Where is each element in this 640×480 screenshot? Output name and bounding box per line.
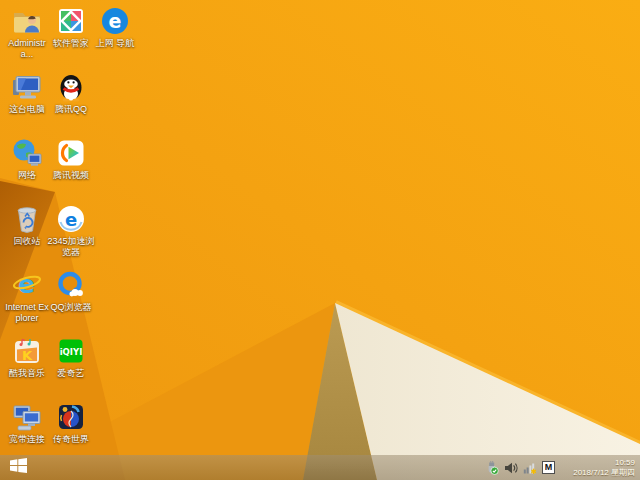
- icon-label: 传奇世界: [53, 434, 89, 445]
- desktop-icon-network[interactable]: 网络: [3, 137, 51, 181]
- desktop-icon-this-pc[interactable]: 这台电脑: [3, 71, 51, 115]
- icon-label: 这台电脑: [9, 104, 45, 115]
- desktop-icon-legend-world[interactable]: 传奇世界: [47, 401, 95, 445]
- ime-indicator[interactable]: M: [542, 461, 555, 474]
- desktop-icon-recycle-bin[interactable]: 回收站: [3, 203, 51, 247]
- desktop-icon-broadband-connection[interactable]: 宽带连接: [3, 401, 51, 445]
- icon-label: 宽带连接: [9, 434, 45, 445]
- icon-label: 回收站: [14, 236, 41, 247]
- icon-label: 腾讯QQ: [55, 104, 87, 115]
- desktop-icon-tencent-video[interactable]: 腾讯视频: [47, 137, 95, 181]
- clock-date: 2018/7/12 星期四: [563, 468, 635, 478]
- usb-safely-remove-icon[interactable]: [485, 461, 499, 475]
- clock-time: 10:59: [563, 458, 635, 468]
- q-cloud-icon: [55, 269, 87, 301]
- windows-logo-icon: [10, 458, 27, 477]
- desktop-icon-software-manager[interactable]: 软件管家: [47, 5, 95, 49]
- icon-label: 网络: [18, 170, 36, 181]
- ie-icon: e: [11, 269, 43, 301]
- svg-text:e: e: [109, 10, 122, 32]
- globe-network-icon: [11, 137, 43, 169]
- game-orb-icon: [55, 401, 87, 433]
- icon-label: 酷我音乐: [9, 368, 45, 379]
- computer-icon: [11, 71, 43, 103]
- white-circle-e-icon: e: [55, 203, 87, 235]
- desktop-icon-administrator[interactable]: Administra...: [3, 5, 51, 60]
- user-folder-icon: [11, 5, 43, 37]
- desktop-icon-iqiyi[interactable]: iQIYI 爱奇艺: [47, 335, 95, 379]
- icon-label: 2345加速浏览器: [47, 236, 95, 258]
- qq-penguin-icon: [55, 71, 87, 103]
- taskbar: M 10:59 2018/7/12 星期四: [0, 455, 640, 480]
- desktop-icon-web-navigation[interactable]: e 上网 导航: [91, 5, 139, 49]
- desktop-icon-qq-browser[interactable]: QQ浏览器: [47, 269, 95, 313]
- desktop-icon-internet-explorer[interactable]: e Internet Explorer: [3, 269, 51, 324]
- desktop[interactable]: Administra... 软件管家 e 上网 导航: [0, 0, 640, 480]
- desktop-icon-tencent-qq[interactable]: 腾讯QQ: [47, 71, 95, 115]
- system-tray: M 10:59 2018/7/12 星期四: [485, 455, 640, 480]
- trash-bin-icon: [11, 203, 43, 235]
- icon-label: Internet Explorer: [3, 302, 51, 324]
- svg-text:iQIYI: iQIYI: [60, 347, 83, 357]
- desktop-icon-2345-browser[interactable]: e 2345加速浏览器: [47, 203, 95, 258]
- iqiyi-icon: iQIYI: [55, 335, 87, 367]
- icon-label: QQ浏览器: [50, 302, 91, 313]
- blue-e-icon: e: [99, 5, 131, 37]
- music-box-icon: K: [11, 335, 43, 367]
- network-status-icon[interactable]: [523, 461, 537, 475]
- icon-label: 软件管家: [53, 38, 89, 49]
- icon-label: 腾讯视频: [53, 170, 89, 181]
- play-button-icon: [55, 137, 87, 169]
- dual-computers-icon: [11, 401, 43, 433]
- wallpaper: [0, 0, 640, 480]
- svg-text:K: K: [22, 348, 33, 363]
- icon-label: 爱奇艺: [58, 368, 85, 379]
- svg-text:e: e: [65, 209, 77, 230]
- taskbar-clock[interactable]: 10:59 2018/7/12 星期四: [563, 457, 635, 478]
- volume-icon[interactable]: [504, 461, 518, 475]
- icon-label: Administra...: [3, 38, 51, 60]
- desktop-icon-kuwo-music[interactable]: K 酷我音乐: [3, 335, 51, 379]
- icon-label: 上网 导航: [96, 38, 135, 49]
- software-manager-icon: [55, 5, 87, 37]
- start-button[interactable]: [0, 455, 36, 480]
